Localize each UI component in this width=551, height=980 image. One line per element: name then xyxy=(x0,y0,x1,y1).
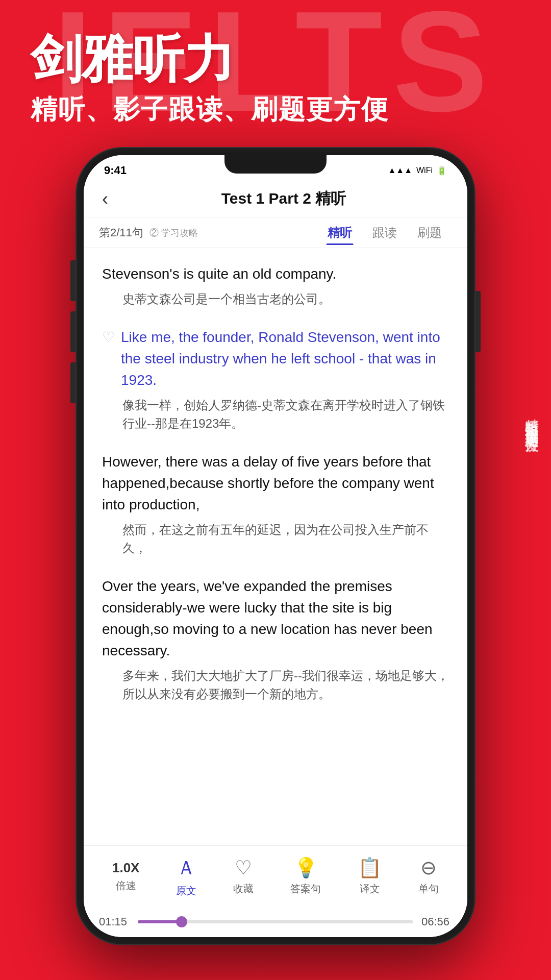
sentence-4-en: Over the years, we've expanded the premi… xyxy=(102,576,449,662)
answer-icon: 💡 xyxy=(294,856,318,879)
heart-icon[interactable]: ♡ xyxy=(102,329,115,346)
progress-area: 01:15 06:56 xyxy=(84,906,467,937)
toolbar-original[interactable]: Ａ 原文 xyxy=(176,855,196,898)
speed-value: 1.0X xyxy=(112,860,140,876)
toolbar-translate[interactable]: 📋 译文 xyxy=(358,856,382,896)
tab-shuti[interactable]: 刷题 xyxy=(407,220,452,245)
toolbar-speed[interactable]: 1.0X 倍速 xyxy=(112,860,140,893)
content-area[interactable]: Stevenson's is quite an old company. 史蒂文… xyxy=(84,248,467,845)
tab-jingting[interactable]: 精听 xyxy=(317,220,362,245)
speed-label: 倍速 xyxy=(116,879,136,893)
total-time: 06:56 xyxy=(421,915,452,928)
sidebar-vertical-text: 精听影子跟读刷题更方便 xyxy=(522,408,541,431)
status-time: 9:41 xyxy=(104,164,127,177)
header-title: 剑雅听力 xyxy=(31,31,520,87)
collect-label: 收藏 xyxy=(233,882,254,896)
original-icon: Ａ xyxy=(177,855,196,881)
wifi-icon: WiFi xyxy=(416,166,433,175)
progress-fill xyxy=(138,920,182,923)
translate-icon: 📋 xyxy=(358,856,382,879)
sentence-2-cn: 像我一样，创始人罗纳德-史蒂文森在离开学校时进入了钢铁行业--那是在1923年。 xyxy=(122,396,449,433)
bottom-toolbar: 1.0X 倍速 Ａ 原文 ♡ 收藏 💡 答案句 📋 译文 xyxy=(84,845,467,906)
battery-icon: 🔋 xyxy=(437,166,447,176)
phone-container: 9:41 ▲▲▲ WiFi 🔋 ‹ Test 1 Part 2 精听 第2/11… xyxy=(77,148,474,944)
sentence-1-en: Stevenson's is quite an old company. xyxy=(102,263,449,285)
header-section: 剑雅听力 精听、影子跟读、刷题更方便 xyxy=(31,31,520,128)
back-button[interactable]: ‹ xyxy=(102,188,108,210)
signal-icon: ▲▲▲ xyxy=(388,166,413,175)
nav-title: Test 1 Part 2 精听 xyxy=(118,188,449,209)
tab-genzhu[interactable]: 跟读 xyxy=(362,220,407,245)
progress-thumb[interactable] xyxy=(176,916,187,927)
highlight-row: ♡ Like me, the founder, Ronald Stevenson… xyxy=(102,327,449,396)
single-icon: ⊖ xyxy=(420,856,437,879)
translate-label: 译文 xyxy=(360,882,380,896)
progress-text: 第2/11句 xyxy=(99,225,143,240)
notch xyxy=(224,155,327,174)
sentence-block-2: ♡ Like me, the founder, Ronald Stevenson… xyxy=(102,327,449,433)
progress-bar[interactable] xyxy=(138,920,413,923)
original-label: 原文 xyxy=(176,884,196,898)
collect-icon: ♡ xyxy=(235,856,252,879)
sentence-block-1: Stevenson's is quite an old company. 史蒂文… xyxy=(102,263,449,308)
sentence-block-4: Over the years, we've expanded the premi… xyxy=(102,576,449,703)
tab-info: 第2/11句 ② 学习攻略 xyxy=(99,225,317,240)
toolbar-collect[interactable]: ♡ 收藏 xyxy=(233,856,254,896)
sentence-2-en: Like me, the founder, Ronald Stevenson, … xyxy=(121,327,449,391)
help-text: ② 学习攻略 xyxy=(149,227,198,239)
right-sidebar: 精听影子跟读刷题更方便 xyxy=(522,408,541,431)
phone-screen: 9:41 ▲▲▲ WiFi 🔋 ‹ Test 1 Part 2 精听 第2/11… xyxy=(84,155,467,937)
toolbar-answer[interactable]: 💡 答案句 xyxy=(290,856,321,896)
sentence-block-3: However, there was a delay of five years… xyxy=(102,451,449,557)
status-icons: ▲▲▲ WiFi 🔋 xyxy=(388,166,447,176)
sentence-3-en: However, there was a delay of five years… xyxy=(102,451,449,516)
single-label: 单句 xyxy=(418,882,439,896)
tab-row: 第2/11句 ② 学习攻略 精听 跟读 刷题 xyxy=(84,217,467,248)
sentence-3-cn: 然而，在这之前有五年的延迟，因为在公司投入生产前不久， xyxy=(122,521,449,557)
answer-label: 答案句 xyxy=(290,882,321,896)
toolbar-single[interactable]: ⊖ 单句 xyxy=(418,856,439,896)
phone-outer: 9:41 ▲▲▲ WiFi 🔋 ‹ Test 1 Part 2 精听 第2/11… xyxy=(77,148,474,944)
current-time: 01:15 xyxy=(99,915,130,928)
nav-bar: ‹ Test 1 Part 2 精听 xyxy=(84,181,467,217)
tabs-right: 精听 跟读 刷题 xyxy=(317,220,452,245)
header-subtitle: 精听、影子跟读、刷题更方便 xyxy=(31,92,520,128)
sentence-4-cn: 多年来，我们大大地扩大了厂房--我们很幸运，场地足够大，所以从来没有必要搬到一个… xyxy=(122,667,449,703)
sentence-1-cn: 史蒂文森公司是一个相当古老的公司。 xyxy=(122,290,449,308)
